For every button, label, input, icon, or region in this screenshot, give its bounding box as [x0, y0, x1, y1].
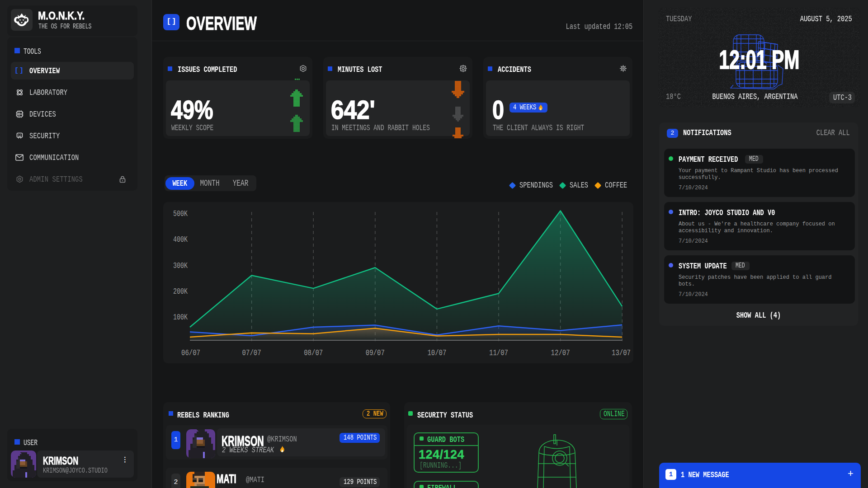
svg-text:11/07: 11/07: [489, 348, 508, 358]
svg-text:07/07: 07/07: [242, 348, 261, 358]
svg-text:13/07: 13/07: [612, 348, 631, 358]
svg-text:100K: 100K: [173, 312, 188, 322]
svg-text:200K: 200K: [173, 286, 188, 296]
svg-text:500K: 500K: [173, 209, 188, 219]
svg-text:06/07: 06/07: [181, 348, 200, 358]
svg-text:08/07: 08/07: [304, 348, 323, 358]
svg-text:09/07: 09/07: [366, 348, 385, 358]
svg-text:12/07: 12/07: [551, 348, 570, 358]
svg-text:400K: 400K: [173, 235, 188, 244]
svg-text:300K: 300K: [173, 261, 188, 271]
svg-text:10/07: 10/07: [427, 348, 446, 358]
